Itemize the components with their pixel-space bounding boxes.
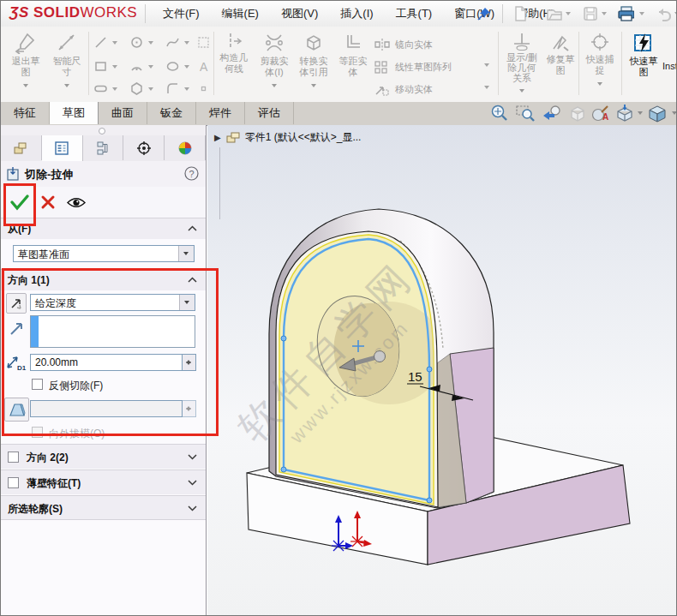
- dropdown-arrow[interactable]: [178, 246, 194, 261]
- point-tool-icon[interactable]: [196, 81, 213, 99]
- zoom-to-fit-icon[interactable]: [489, 104, 510, 123]
- direction-selection-box[interactable]: [30, 315, 195, 348]
- tab-evaluate[interactable]: 评估: [245, 102, 294, 124]
- previous-view-icon[interactable]: [542, 104, 562, 123]
- tab-sketch[interactable]: 草图: [50, 102, 99, 124]
- circle-tool-caret[interactable]: [148, 41, 153, 47]
- display-style-icon[interactable]: [647, 104, 668, 123]
- sketch-pattern-icon[interactable]: [196, 35, 213, 52]
- print-caret[interactable]: [639, 12, 644, 18]
- text-tool-icon[interactable]: A: [196, 59, 213, 76]
- save-caret[interactable]: [602, 12, 607, 18]
- dimxpert-tab[interactable]: [123, 135, 165, 160]
- display-style-caret[interactable]: [672, 111, 677, 117]
- start-condition-dropdown[interactable]: 草图基准面: [13, 245, 195, 262]
- display-delete-relations-button[interactable]: 显示/删除几何关系: [501, 28, 542, 99]
- appearance-icon[interactable]: A: [590, 104, 611, 123]
- polygon-tool-caret[interactable]: [148, 87, 153, 93]
- print-icon[interactable]: [617, 5, 634, 22]
- zoom-to-area-icon[interactable]: [515, 104, 536, 123]
- preview-button[interactable]: [66, 196, 87, 209]
- tab-sheet-metal[interactable]: 钣金: [147, 102, 196, 124]
- ellipse-tool-caret[interactable]: [184, 65, 189, 71]
- arc-tool-icon[interactable]: [129, 59, 147, 76]
- smart-dimension-caret[interactable]: [64, 84, 69, 90]
- thin-feature-section-header[interactable]: 薄壁特征(T): [1, 469, 206, 494]
- linear-pattern-caret[interactable]: [484, 63, 489, 69]
- trim-entities-button[interactable]: 剪裁实体(I): [255, 28, 294, 93]
- fillet-tool-icon[interactable]: [165, 81, 183, 99]
- quick-snaps-button[interactable]: 快速捕捉: [582, 28, 618, 92]
- view-orientation-icon[interactable]: [614, 104, 635, 123]
- tab-surfaces[interactable]: 曲面: [99, 102, 147, 124]
- rectangle-tool-icon[interactable]: [93, 59, 111, 76]
- view-orientation-caret[interactable]: [638, 111, 643, 117]
- model-canvas[interactable]: 软件自学网 www.rjzxw.com: [207, 125, 677, 616]
- fillet-tool-caret[interactable]: [184, 87, 189, 93]
- tab-weldments[interactable]: 焊件: [196, 102, 245, 124]
- linear-pattern-button[interactable]: 线性草图阵列: [374, 57, 452, 76]
- graphics-viewport[interactable]: ▶ 零件1 (默认<<默认>_显...: [207, 125, 677, 616]
- exit-sketch-caret[interactable]: [23, 84, 28, 90]
- depth-spinner[interactable]: [182, 354, 196, 371]
- quick-snaps-caret[interactable]: [597, 82, 602, 88]
- slot-tool-icon[interactable]: [93, 81, 111, 99]
- construction-geometry-button[interactable]: 构造几何线: [215, 28, 253, 75]
- line-tool-icon[interactable]: [93, 35, 111, 52]
- menu-file[interactable]: 文件(F): [152, 1, 211, 27]
- direction1-section-header[interactable]: 方向 1(1): [1, 269, 206, 290]
- flip-side-checkbox[interactable]: [32, 379, 43, 390]
- convert-entities-caret[interactable]: [311, 84, 316, 90]
- menu-edit[interactable]: 编辑(E): [211, 1, 270, 27]
- menu-insert[interactable]: 插入(I): [329, 1, 384, 27]
- spline-tool-caret[interactable]: [184, 41, 189, 47]
- repair-sketch-button[interactable]: 修复草图: [542, 28, 578, 76]
- pin-icon[interactable]: [477, 7, 494, 24]
- circle-tool-icon[interactable]: [129, 35, 147, 52]
- selected-contours-section-header[interactable]: 所选轮廓(S): [1, 495, 206, 520]
- configurationmanager-tab[interactable]: [83, 135, 124, 160]
- undo-icon[interactable]: [654, 5, 671, 22]
- line-tool-caret[interactable]: [112, 41, 117, 47]
- draft-button[interactable]: [4, 398, 29, 422]
- smart-dimension-button[interactable]: 智能尺寸: [47, 28, 87, 93]
- help-button[interactable]: ?: [184, 166, 199, 181]
- move-entities-caret[interactable]: [484, 86, 489, 92]
- cancel-button[interactable]: [40, 194, 56, 210]
- displaymanager-tab[interactable]: [165, 135, 206, 160]
- dropdown-arrow[interactable]: [179, 295, 195, 310]
- offset-entities-button[interactable]: 等距实体: [333, 28, 373, 78]
- slot-tool-caret[interactable]: [112, 87, 117, 93]
- direction2-section-header[interactable]: 方向 2(2): [1, 444, 206, 469]
- depth-input[interactable]: [30, 354, 183, 371]
- convert-entities-button[interactable]: 转换实体引用: [294, 28, 333, 93]
- menu-view[interactable]: 视图(V): [270, 1, 329, 27]
- new-document-icon[interactable]: [512, 5, 529, 22]
- open-caret[interactable]: [566, 12, 571, 18]
- display-relations-caret[interactable]: [519, 89, 524, 95]
- exit-sketch-button[interactable]: 退出草图: [6, 28, 45, 93]
- trim-entities-caret[interactable]: [272, 84, 277, 90]
- propertymanager-tab[interactable]: [42, 135, 83, 162]
- from-section-header[interactable]: 从(F): [1, 218, 206, 239]
- reverse-direction-button[interactable]: [6, 293, 27, 314]
- direction2-checkbox[interactable]: [8, 452, 19, 463]
- tab-features[interactable]: 特征: [1, 102, 50, 124]
- section-view-icon[interactable]: [567, 104, 588, 123]
- polygon-tool-icon[interactable]: [129, 81, 147, 99]
- menu-tools[interactable]: 工具(T): [385, 1, 444, 27]
- rectangle-tool-caret[interactable]: [112, 65, 117, 71]
- menu-window[interactable]: 窗口(W): [443, 1, 506, 27]
- open-icon[interactable]: [546, 5, 563, 22]
- thin-feature-checkbox[interactable]: [8, 477, 19, 488]
- mirror-entities-button[interactable]: 镜向实体: [374, 35, 433, 54]
- new-caret[interactable]: [531, 12, 536, 18]
- panel-splitter[interactable]: [1, 125, 206, 135]
- ellipse-tool-icon[interactable]: [165, 59, 183, 76]
- ok-button[interactable]: [9, 193, 30, 212]
- move-entities-button[interactable]: 移动实体: [374, 80, 433, 99]
- end-condition-dropdown[interactable]: 给定深度: [30, 294, 195, 311]
- instant2d-label-partial[interactable]: Inst: [662, 61, 677, 71]
- rapid-sketch-button[interactable]: 快速草图: [625, 28, 662, 78]
- spline-tool-icon[interactable]: [165, 35, 183, 52]
